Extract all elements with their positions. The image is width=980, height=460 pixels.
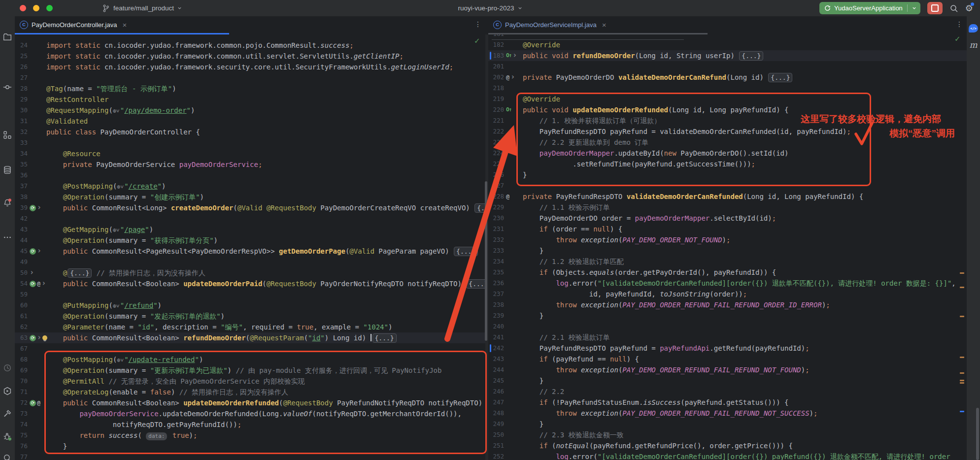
line-number[interactable]: 45	[15, 246, 28, 257]
folded-block[interactable]: {...}	[372, 333, 397, 343]
code-line[interactable]: 59	[15, 289, 485, 300]
line-number[interactable]: 39	[15, 202, 28, 213]
inspections-ok-icon[interactable]: ✓	[474, 36, 480, 45]
code-line[interactable]: 32public class PayDemoOrderController {	[15, 127, 485, 137]
code-line[interactable]: 239 }	[488, 310, 967, 321]
code-line[interactable]: 236 log.error("[validateDemoOrderCanRefu…	[488, 278, 967, 289]
code-line[interactable]: 223 // 2.2 更新退款单到 demo 订单	[488, 137, 967, 148]
url-link[interactable]: id	[312, 334, 321, 342]
line-number[interactable]: 247	[488, 397, 504, 408]
line-number[interactable]: 227	[488, 180, 504, 191]
ai-assistant-icon[interactable]: </>	[969, 24, 978, 33]
code-line[interactable]: 233 }	[488, 245, 967, 256]
folded-block[interactable]: {...}	[466, 279, 485, 289]
code-line[interactable]: 240	[488, 321, 967, 332]
code-line[interactable]: 229 // 1.1 校验示例订单	[488, 202, 967, 213]
editor-paydemoorderserviceimpl[interactable]: 181182@Override183O↑›public void refundD…	[488, 34, 967, 460]
line-number[interactable]: 59	[15, 289, 28, 300]
code-line[interactable]: 73 payDemoOrderService.updateDemoOrderRe…	[15, 408, 485, 419]
folded-block[interactable]: {...}	[768, 73, 792, 82]
folded-block[interactable]: {...}	[739, 51, 763, 61]
line-number[interactable]: 237	[488, 289, 504, 299]
line-number[interactable]: 230	[488, 213, 504, 224]
tab-paydemoordercontroller[interactable]: C PayDemoOrderController.java ×	[15, 16, 229, 34]
code-line[interactable]: 252 log.error("[validateDemoOrderCanRefu…	[488, 451, 967, 460]
line-number[interactable]: 251	[488, 440, 504, 451]
line-number[interactable]: 228	[488, 191, 504, 202]
line-number[interactable]: 234	[488, 256, 504, 267]
line-number[interactable]: 201	[488, 61, 504, 72]
line-number[interactable]: 221	[488, 115, 504, 126]
endpoint-icon[interactable]: ⟳	[30, 205, 36, 211]
line-number[interactable]: 62	[15, 322, 28, 332]
code-line[interactable]: 50› @{...} // 禁用操作日志，因为没有操作人	[15, 267, 485, 278]
fold-chevron-icon[interactable]: ›	[512, 50, 517, 61]
profiler-tool-icon[interactable]	[3, 363, 12, 372]
commit-tool-icon[interactable]	[3, 83, 12, 92]
line-number[interactable]: 240	[488, 321, 504, 332]
code-line[interactable]: 74 notifyReqDTO.getPayRefundId());	[15, 419, 485, 430]
code-line[interactable]: 232 throw exception(PAY_DEMO_ORDER_NOT_F…	[488, 234, 967, 245]
line-number[interactable]: 246	[488, 386, 504, 397]
project-tool-icon[interactable]	[3, 33, 12, 41]
line-number[interactable]: 244	[488, 364, 504, 375]
folded-block[interactable]: {...}	[454, 247, 478, 256]
line-number[interactable]: 248	[488, 408, 504, 419]
code-line[interactable]: 231 if (order == null) {	[488, 224, 967, 234]
code-line[interactable]: 42	[15, 213, 485, 224]
code-line[interactable]: 67	[15, 343, 485, 354]
line-number[interactable]: 72	[15, 397, 28, 408]
code-line[interactable]: 43 @GetMapping(⊕˅"/page")	[15, 224, 485, 235]
code-line[interactable]: 70 @PermitAll // 无需登录，安全由 PayDemoOrderSe…	[15, 376, 485, 387]
code-line[interactable]: 250 // 2.3 校验退款金额一致	[488, 429, 967, 440]
code-line[interactable]: 182@Override	[488, 39, 967, 50]
structure-tool-icon[interactable]	[3, 131, 12, 139]
code-line[interactable]: 60 @PutMapping(⊕˅"/refund")	[15, 300, 485, 311]
url-link[interactable]: /create	[129, 182, 158, 190]
endpoint-icon[interactable]: ⟳	[30, 248, 36, 255]
annotated-icon[interactable]: @	[37, 278, 40, 289]
code-line[interactable]: 230 PayDemoOrderDO order = payDemoOrderM…	[488, 213, 967, 224]
line-number[interactable]: 250	[488, 429, 504, 440]
line-number[interactable]: 220	[488, 104, 504, 115]
line-number[interactable]: 38	[15, 192, 28, 202]
line-number[interactable]: 243	[488, 354, 504, 364]
line-number[interactable]: 219	[488, 94, 504, 104]
line-number[interactable]: 30	[15, 105, 28, 116]
code-line[interactable]: 45⟳› public CommonResult<PageResult<PayD…	[15, 246, 485, 257]
annotated-icon[interactable]: @	[506, 72, 509, 83]
code-line[interactable]: 242 PayRefundRespDTO payRefund = payRefu…	[488, 343, 967, 354]
code-line[interactable]: 72⟳@ public CommonResult<Boolean> update…	[15, 397, 485, 408]
more-tools-icon[interactable]	[3, 233, 12, 242]
url-link[interactable]: /refund	[124, 301, 153, 309]
database-tool-icon[interactable]	[3, 165, 12, 174]
code-line[interactable]: 181	[488, 34, 967, 39]
code-line[interactable]: 238 throw exception(PAY_DEMO_ORDER_REFUN…	[488, 299, 967, 310]
line-number[interactable]: 225	[488, 159, 504, 169]
code-line[interactable]: 245 }	[488, 375, 967, 386]
line-number[interactable]: 74	[15, 419, 28, 430]
close-icon[interactable]: ×	[602, 21, 607, 29]
line-number[interactable]: 73	[15, 408, 28, 419]
code-line[interactable]: 54⟳@› public CommonResult<Boolean> updat…	[15, 278, 485, 289]
fold-chevron-icon[interactable]: ›	[510, 71, 515, 82]
line-number[interactable]: 249	[488, 419, 504, 429]
code-line[interactable]: 62 @Parameter(name = "id", description =…	[15, 322, 485, 332]
url-link[interactable]: /page	[124, 226, 145, 233]
code-line[interactable]: 234 // 1.2 校验退款订单匹配	[488, 256, 967, 267]
line-number[interactable]: 239	[488, 310, 504, 321]
folded-block[interactable]: {...}	[68, 268, 92, 278]
folded-block[interactable]: {...}	[474, 203, 485, 213]
line-number[interactable]: 218	[488, 83, 504, 94]
fold-chevron-icon[interactable]: ›	[37, 332, 41, 343]
code-line[interactable]: 37 @PostMapping(⊕˅"/create")	[15, 181, 485, 192]
code-line[interactable]: 237 id, payRefundId, toJsonString(order)…	[488, 289, 967, 299]
code-line[interactable]: 28@Tag(name = "管理后台 - 示例订单")	[15, 83, 485, 94]
line-number[interactable]: 224	[488, 148, 504, 159]
tab-options-icon[interactable]: ⋮	[956, 20, 963, 28]
line-number[interactable]: 233	[488, 245, 504, 256]
line-number[interactable]: 36	[15, 170, 28, 181]
stop-button[interactable]	[927, 2, 943, 14]
annotated-icon[interactable]: @	[506, 191, 509, 202]
editor-paydemoordercontroller[interactable]: 24import static cn.iocoder.yudao.framewo…	[15, 34, 485, 460]
